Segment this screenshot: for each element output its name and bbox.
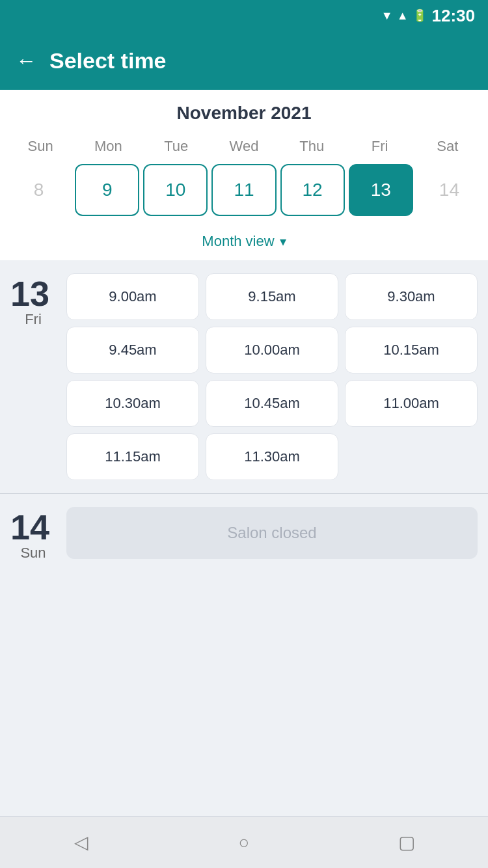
day-name-13: Fri — [10, 311, 56, 328]
chevron-down-icon: ▾ — [280, 234, 286, 249]
day-number-14: 14 — [10, 509, 56, 545]
signal-icon: ▲ — [397, 9, 409, 23]
day-section-13: 13 Fri 9.00am 9.15am 9.30am 9.45am 10.00… — [0, 260, 488, 493]
nav-recent-button[interactable]: ▢ — [394, 830, 420, 856]
page-title: Select time — [49, 48, 167, 74]
back-nav-icon: ◁ — [74, 832, 88, 853]
header: ← Select time — [0, 31, 488, 90]
month-view-label: Month view — [202, 233, 274, 250]
day-number-block-13: 13 Fri — [10, 273, 56, 328]
battery-icon: 🔋 — [413, 8, 427, 23]
day-header-tue: Tue — [142, 134, 210, 159]
salon-closed-label: Salon closed — [66, 507, 478, 559]
month-year-label: November 2021 — [0, 103, 488, 124]
time-slot-915am[interactable]: 9.15am — [206, 273, 338, 320]
cal-day-10[interactable]: 10 — [143, 164, 208, 216]
time-slot-1015am[interactable]: 10.15am — [345, 327, 478, 373]
recent-nav-icon: ▢ — [398, 832, 415, 853]
time-slot-1030am[interactable]: 10.30am — [66, 380, 199, 427]
day-number-13: 13 — [10, 276, 56, 311]
day-header-sun: Sun — [7, 134, 74, 159]
cal-day-14[interactable]: 14 — [417, 164, 481, 216]
day-name-14: Sun — [10, 545, 56, 562]
day-header-thu: Thu — [278, 134, 346, 159]
time-slot-1100am[interactable]: 11.00am — [345, 380, 478, 427]
time-slot-930am[interactable]: 9.30am — [345, 273, 478, 320]
calendar-days-grid: 8 9 10 11 12 13 14 — [0, 159, 488, 226]
day-header-mon: Mon — [74, 134, 142, 159]
nav-back-button[interactable]: ◁ — [68, 830, 94, 856]
cal-day-9[interactable]: 9 — [75, 164, 139, 216]
day-header-fri: Fri — [346, 134, 413, 159]
time-grid-13: 9.00am 9.15am 9.30am 9.45am 10.00am 10.1… — [66, 273, 478, 480]
time-slot-1000am[interactable]: 10.00am — [206, 327, 338, 373]
day-section-14: 14 Sun Salon closed — [0, 493, 488, 575]
cal-day-12[interactable]: 12 — [280, 164, 345, 216]
cal-day-11[interactable]: 11 — [211, 164, 276, 216]
time-slot-1115am[interactable]: 11.15am — [66, 433, 199, 480]
home-nav-icon: ○ — [239, 832, 250, 853]
status-time: 12:30 — [432, 6, 476, 26]
day-header-wed: Wed — [210, 134, 278, 159]
time-slot-1045am[interactable]: 10.45am — [206, 380, 338, 427]
wifi-icon: ▼ — [381, 9, 393, 23]
timeslots-container: 13 Fri 9.00am 9.15am 9.30am 9.45am 10.00… — [0, 260, 488, 816]
back-button[interactable]: ← — [16, 49, 36, 73]
day-header-sat: Sat — [414, 134, 481, 159]
day-headers-row: Sun Mon Tue Wed Thu Fri Sat — [0, 134, 488, 159]
status-icons: ▼ ▲ 🔋 — [381, 8, 427, 23]
calendar-section: November 2021 Sun Mon Tue Wed Thu Fri Sa… — [0, 90, 488, 260]
status-bar: ▼ ▲ 🔋 12:30 — [0, 0, 488, 31]
time-slot-1130am[interactable]: 11.30am — [206, 433, 338, 480]
cal-day-13[interactable]: 13 — [349, 164, 413, 216]
month-view-toggle[interactable]: Month view ▾ — [0, 226, 488, 260]
bottom-nav: ◁ ○ ▢ — [0, 816, 488, 868]
nav-home-button[interactable]: ○ — [231, 830, 257, 856]
time-slot-900am[interactable]: 9.00am — [66, 273, 199, 320]
day-number-block-14: 14 Sun — [10, 507, 56, 562]
time-slot-945am[interactable]: 9.45am — [66, 327, 199, 373]
cal-day-8[interactable]: 8 — [7, 164, 71, 216]
